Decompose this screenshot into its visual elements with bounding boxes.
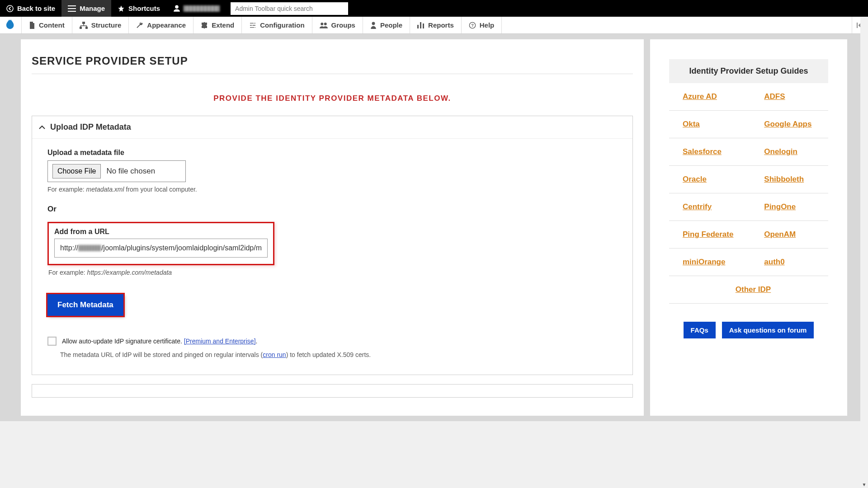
svg-text:?: ? bbox=[471, 23, 474, 28]
menu-extend[interactable]: Extend bbox=[193, 17, 242, 33]
guide-link[interactable]: ADFS bbox=[764, 92, 785, 101]
guide-link[interactable]: PingOne bbox=[764, 202, 796, 211]
side-panel-title: Identity Provider Setup Guides bbox=[669, 59, 828, 83]
auto-update-checkbox[interactable] bbox=[47, 337, 57, 346]
second-accordion-collapsed[interactable] bbox=[32, 384, 633, 398]
menu-config-label: Configuration bbox=[260, 21, 304, 29]
menu-help[interactable]: ? Help bbox=[462, 17, 502, 33]
auto-update-text: Allow auto-update IdP signature certific… bbox=[62, 338, 257, 345]
fetch-metadata-button[interactable]: Fetch Metadata bbox=[47, 294, 123, 316]
back-to-site-label: Back to site bbox=[17, 5, 55, 12]
guide-link[interactable]: OpenAM bbox=[764, 230, 796, 239]
menu-extend-label: Extend bbox=[212, 21, 234, 29]
side-buttons: FAQs Ask questions on forum bbox=[669, 322, 828, 338]
auto-update-note: The metadata URL of IdP will be stored a… bbox=[60, 351, 625, 358]
toolbar-search-input[interactable] bbox=[231, 2, 348, 15]
other-idp-link[interactable]: Other IDP bbox=[736, 285, 771, 294]
svg-rect-7 bbox=[417, 25, 419, 28]
groups-icon bbox=[320, 22, 328, 28]
menu-structure[interactable]: Structure bbox=[72, 17, 129, 33]
table-row: SalesforceOnelogin bbox=[669, 138, 828, 166]
url-input-highlight-box: Add from a URL http:///joomla/plugins/sy… bbox=[47, 222, 274, 265]
guide-link[interactable]: Google Apps bbox=[764, 120, 811, 128]
url-field-label: Add from a URL bbox=[54, 228, 268, 236]
accordion-title: Upload IDP Metadata bbox=[50, 122, 131, 132]
table-row: Ping FederateOpenAM bbox=[669, 221, 828, 249]
menu-content-label: Content bbox=[39, 21, 65, 29]
premium-link[interactable]: [Premium and Enterprise] bbox=[184, 338, 256, 345]
svg-point-4 bbox=[321, 23, 323, 25]
admin-menu: Content Structure Appearance Extend Conf… bbox=[0, 17, 868, 34]
person-icon bbox=[370, 22, 377, 29]
puzzle-icon bbox=[201, 22, 208, 29]
file-helper-text: For example: metadata.xml from your loca… bbox=[47, 186, 625, 193]
page-subtitle: PROVIDE THE IDENTITY PROVIDER METADATA B… bbox=[32, 74, 633, 116]
manage-toggle[interactable]: Manage bbox=[61, 0, 111, 17]
menu-content[interactable]: Content bbox=[22, 17, 72, 33]
guide-link[interactable]: Centrify bbox=[683, 202, 712, 211]
guide-link[interactable]: Onelogin bbox=[764, 147, 797, 156]
menu-help-label: Help bbox=[480, 21, 495, 29]
upload-file-label: Upload a metadata file bbox=[47, 149, 625, 157]
guide-link[interactable]: auth0 bbox=[764, 258, 784, 266]
menu-people-label: People bbox=[380, 21, 402, 29]
table-row: miniOrangeauth0 bbox=[669, 249, 828, 276]
guide-link[interactable]: Salesforce bbox=[683, 147, 722, 156]
table-row: OktaGoogle Apps bbox=[669, 111, 828, 138]
cron-run-link[interactable]: cron run bbox=[263, 351, 286, 358]
accordion-header[interactable]: Upload IDP Metadata bbox=[32, 116, 632, 139]
user-icon bbox=[173, 5, 181, 13]
guide-link[interactable]: Shibboleth bbox=[764, 175, 804, 183]
chevron-up-icon bbox=[38, 125, 46, 130]
guide-link[interactable]: Ping Federate bbox=[683, 230, 733, 239]
menu-configuration[interactable]: Configuration bbox=[242, 17, 312, 33]
menu-appearance[interactable]: Appearance bbox=[129, 17, 193, 33]
svg-rect-8 bbox=[420, 22, 421, 28]
svg-rect-1 bbox=[82, 22, 85, 24]
side-panel: Identity Provider Setup Guides Azure ADA… bbox=[650, 39, 847, 416]
metadata-url-input[interactable]: http:///joomla/plugins/system/joomlaidpl… bbox=[54, 239, 268, 258]
shortcuts-label: Shortcuts bbox=[128, 5, 160, 12]
back-to-site-link[interactable]: Back to site bbox=[0, 0, 61, 17]
guide-link[interactable]: Azure AD bbox=[683, 92, 717, 101]
guide-link[interactable]: miniOrange bbox=[683, 258, 725, 266]
bar-chart-icon bbox=[417, 22, 425, 28]
idp-guides-table: Azure ADADFS OktaGoogle Apps SalesforceO… bbox=[669, 83, 828, 304]
table-row: OracleShibboleth bbox=[669, 166, 828, 193]
svg-rect-9 bbox=[423, 23, 424, 28]
menu-structure-label: Structure bbox=[91, 21, 122, 29]
upload-idp-accordion: Upload IDP Metadata Upload a metadata fi… bbox=[32, 116, 633, 375]
faqs-button[interactable]: FAQs bbox=[684, 322, 716, 338]
tree-icon bbox=[80, 22, 88, 29]
auto-update-row: Allow auto-update IdP signature certific… bbox=[47, 337, 625, 346]
page-title: SERVICE PROVIDER SETUP bbox=[32, 55, 633, 74]
document-icon bbox=[29, 22, 35, 29]
choose-file-button[interactable]: Choose File bbox=[52, 164, 101, 178]
drupal-logo[interactable] bbox=[0, 17, 22, 33]
user-menu[interactable] bbox=[166, 0, 226, 17]
or-separator: Or bbox=[47, 205, 625, 214]
shortcuts-link[interactable]: Shortcuts bbox=[111, 0, 166, 17]
menu-reports-label: Reports bbox=[428, 21, 454, 29]
sliders-icon bbox=[249, 22, 256, 29]
svg-point-5 bbox=[324, 23, 326, 25]
menu-people[interactable]: People bbox=[363, 17, 410, 33]
page-body: SERVICE PROVIDER SETUP PROVIDE THE IDENT… bbox=[0, 34, 868, 421]
guide-link[interactable]: Okta bbox=[683, 120, 700, 128]
accordion-body: Upload a metadata file Choose File No fi… bbox=[32, 139, 632, 375]
file-input-wrap: Choose File No file chosen bbox=[47, 160, 186, 182]
menu-groups[interactable]: Groups bbox=[312, 17, 363, 33]
hamburger-icon bbox=[68, 5, 76, 12]
guide-link[interactable]: Oracle bbox=[683, 175, 707, 183]
menu-reports[interactable]: Reports bbox=[410, 17, 462, 33]
table-row: CentrifyPingOne bbox=[669, 193, 828, 221]
svg-rect-2 bbox=[80, 27, 82, 29]
svg-rect-3 bbox=[85, 27, 88, 29]
username-text bbox=[184, 5, 220, 12]
drupal-icon bbox=[6, 19, 16, 31]
forum-button[interactable]: Ask questions on forum bbox=[722, 322, 814, 338]
star-icon bbox=[118, 5, 125, 12]
menu-appearance-label: Appearance bbox=[147, 21, 186, 29]
url-helper-text: For example: https://example.com/metadat… bbox=[48, 269, 625, 276]
help-icon: ? bbox=[469, 22, 476, 29]
